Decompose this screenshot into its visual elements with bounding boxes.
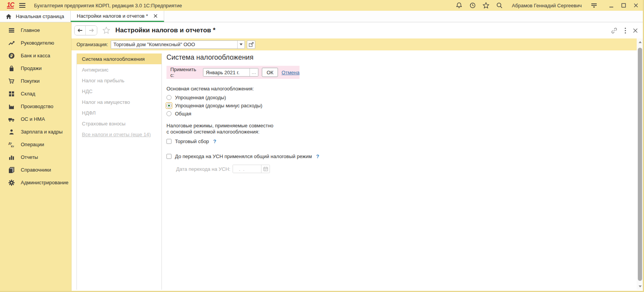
category-item-insurance[interactable]: Страховые взносы	[77, 118, 161, 129]
content-header: Настройки налогов и отчетов *	[72, 22, 644, 38]
maximize-button[interactable]	[621, 3, 626, 8]
app-window: 1С Бухгалтерия предприятия КОРП, редакци…	[0, 0, 644, 292]
history-icon[interactable]	[469, 2, 476, 9]
sidebar-item-fixed-assets[interactable]: ОС и НМА	[0, 113, 71, 125]
tab-label: Настройки налогов и отчетов *	[77, 13, 148, 19]
scrollbar-thumb[interactable]	[638, 48, 642, 281]
books-icon	[8, 167, 15, 174]
sidebar-item-bank-cash[interactable]: ₽ Банк и касса	[0, 49, 71, 62]
1c-logo: 1С	[7, 2, 14, 8]
tab-home-page[interactable]: Начальная страница	[0, 11, 71, 22]
search-icon[interactable]	[496, 2, 503, 9]
navigation-buttons	[74, 25, 97, 35]
category-item-ndfl[interactable]: НДФЛ	[77, 107, 161, 118]
sidebar-item-operations[interactable]: ДтКт Операции	[0, 138, 71, 151]
radio-circle[interactable]	[166, 103, 171, 108]
form-heading: Система налогообложения	[166, 53, 513, 62]
usn-date-combobox	[233, 165, 270, 173]
tab-close-icon[interactable]	[153, 14, 158, 18]
usn-date-input[interactable]	[233, 165, 261, 173]
notifications-bell-icon[interactable]	[456, 2, 463, 9]
debit-credit-icon: ДтКт	[8, 141, 15, 148]
usn-date-label: Дата перехода на УСН:	[176, 166, 230, 172]
sidebar-item-salary-hr[interactable]: Зарплата и кадры	[0, 125, 71, 138]
apply-date-combobox: ...	[203, 68, 258, 77]
back-button[interactable]	[75, 26, 86, 35]
more-actions-icon[interactable]	[624, 27, 626, 34]
apply-date-input[interactable]	[203, 68, 250, 76]
close-window-button[interactable]	[633, 3, 639, 8]
category-item-tax-system[interactable]: Система налогообложения	[77, 53, 161, 64]
menu-lines-icon	[8, 27, 15, 34]
sidebar-item-reports[interactable]: Отчеты	[0, 151, 71, 164]
scroll-down-arrow[interactable]	[637, 284, 643, 289]
sections-sidebar: Главное Руководителю ₽ Банк и касса Прод…	[0, 22, 72, 292]
category-link-all-taxes[interactable]: Все налоги и отчеты (еще 14)	[77, 129, 161, 140]
pre-usn-help-icon[interactable]: ?	[316, 154, 319, 159]
content-area: Настройки налогов и отчетов * Организаци…	[72, 22, 644, 292]
checkbox-box[interactable]	[166, 154, 171, 159]
scroll-up-arrow[interactable]	[637, 39, 643, 45]
sidebar-item-production[interactable]: Производство	[0, 100, 71, 113]
current-user-name[interactable]: Абрамов Геннадий Сергеевич	[512, 3, 582, 8]
vertical-scrollbar[interactable]	[637, 38, 643, 290]
radio-simplified-income[interactable]: Упрощенная (доходы)	[166, 93, 513, 102]
cancel-link[interactable]: Отмена	[281, 70, 300, 75]
focus-outline	[166, 102, 172, 109]
tax-categories-panel: Система налогообложения Антикризис Налог…	[77, 53, 162, 290]
calendar-button[interactable]	[261, 165, 270, 173]
trend-up-icon	[8, 40, 15, 47]
main-menu-icon[interactable]	[19, 3, 25, 8]
minimize-button[interactable]	[609, 3, 614, 8]
favorites-star-icon[interactable]	[483, 2, 489, 9]
close-form-icon[interactable]	[633, 28, 638, 33]
title-bar: 1С Бухгалтерия предприятия КОРП, редакци…	[0, 0, 644, 11]
bag-icon	[8, 65, 15, 72]
apply-date-more-button[interactable]: ...	[250, 68, 258, 76]
organization-combobox	[111, 40, 245, 49]
category-item-income-tax[interactable]: Налог на прибыль	[77, 75, 161, 86]
main-system-options: Упрощенная (доходы) Упрощенная (доходы м…	[166, 93, 513, 118]
checkbox-box[interactable]	[166, 139, 171, 144]
sidebar-item-manager[interactable]: Руководителю	[0, 37, 71, 49]
tab-tax-settings[interactable]: Настройки налогов и отчетов *	[71, 11, 164, 22]
ruble-coin-icon: ₽	[8, 52, 15, 59]
tab-bar: Начальная страница Настройки налогов и о…	[0, 11, 644, 22]
organization-label: Организация:	[77, 42, 108, 47]
sidebar-item-directories[interactable]: Справочники	[0, 164, 71, 176]
add-favorite-star-icon[interactable]	[102, 27, 110, 34]
apply-from-bar: Применить с: ... ОК Отмена	[166, 66, 300, 79]
usn-transition-date-row: Дата перехода на УСН:	[166, 165, 513, 173]
organization-dropdown-button[interactable]	[237, 41, 245, 48]
sidebar-item-purchases[interactable]: Покупки	[0, 75, 71, 87]
page-title: Настройки налогов и отчетов *	[115, 27, 215, 34]
radio-circle[interactable]	[166, 95, 171, 100]
organization-bar: Организация:	[72, 38, 637, 50]
factory-icon	[8, 103, 15, 110]
home-icon	[5, 13, 12, 20]
joint-regimes-label: Налоговые режимы, применяемые совместно …	[166, 123, 513, 135]
radio-general-system[interactable]: Общая	[166, 110, 513, 118]
ok-button[interactable]: ОК	[262, 68, 278, 77]
open-organization-button[interactable]	[247, 40, 255, 49]
sidebar-item-administration[interactable]: Администрирование	[0, 176, 71, 189]
category-item-vat[interactable]: НДС	[77, 86, 161, 97]
category-item-property-tax[interactable]: Налог на имущество	[77, 97, 161, 107]
truck-icon	[8, 116, 15, 123]
get-link-icon[interactable]	[611, 27, 618, 34]
boxes-grid-icon	[8, 90, 15, 97]
sidebar-item-sales[interactable]: Продажи	[0, 62, 71, 75]
radio-circle[interactable]	[166, 111, 171, 116]
radio-simplified-income-minus-expenses[interactable]: Упрощенная (доходы минус расходы)	[166, 102, 513, 110]
trade-fee-help-icon[interactable]: ?	[213, 138, 216, 144]
checkbox-pre-usn-general-regime[interactable]: До перехода на УСН применялся общий нало…	[166, 152, 513, 160]
sidebar-item-main[interactable]: Главное	[0, 24, 71, 37]
forward-button[interactable]	[86, 26, 97, 35]
svg-text:₽: ₽	[10, 53, 13, 58]
sidebar-item-warehouse[interactable]: Склад	[0, 87, 71, 100]
category-item-anticrisis[interactable]: Антикризис	[77, 64, 161, 75]
organization-input[interactable]	[111, 41, 237, 48]
app-title: Бухгалтерия предприятия КОРП, редакция 3…	[34, 3, 182, 8]
service-menu-icon[interactable]	[591, 2, 597, 8]
checkbox-trade-fee[interactable]: Торговый сбор ?	[166, 137, 513, 145]
